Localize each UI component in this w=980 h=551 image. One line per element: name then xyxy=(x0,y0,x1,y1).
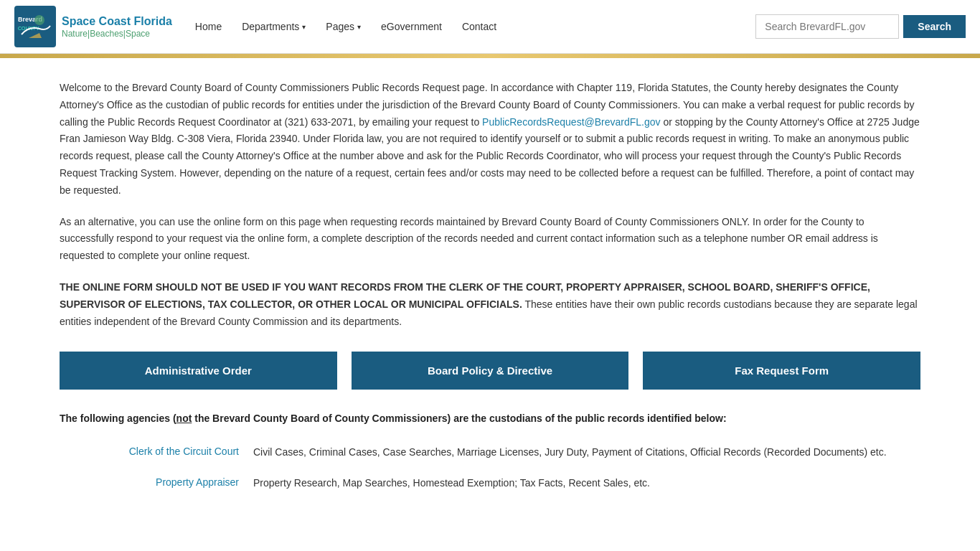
svg-point-3 xyxy=(34,15,44,25)
nav-pages[interactable]: Pages xyxy=(317,15,369,38)
logo-icon: Brevard COUNTY xyxy=(14,6,56,47)
agency-property-appraiser[interactable]: Property Appraiser xyxy=(60,475,253,488)
nav-home[interactable]: Home xyxy=(187,15,230,38)
intro-paragraph-1: Welcome to the Brevard County Board of C… xyxy=(60,80,920,199)
agencies-heading-prefix: The following agencies ( xyxy=(60,413,176,424)
search-area: Search xyxy=(755,14,966,39)
agencies-heading: The following agencies (not the Brevard … xyxy=(60,411,920,426)
nav-links: Home Departments Pages eGovernment Conta… xyxy=(187,15,741,38)
logo-title: Space Coast Florida xyxy=(62,14,172,28)
search-input[interactable] xyxy=(755,14,899,39)
notice-paragraph: THE ONLINE FORM SHOULD NOT BE USED IF YO… xyxy=(60,279,920,330)
email-link[interactable]: PublicRecordsRequest@BrevardFL.gov xyxy=(482,116,660,128)
navbar: Brevard COUNTY Space Coast Florida Natur… xyxy=(0,0,980,54)
logo-area: Brevard COUNTY Space Coast Florida Natur… xyxy=(14,6,172,47)
logo-text: Space Coast Florida Nature|Beaches|Space xyxy=(62,14,172,38)
buttons-row: Administrative Order Board Policy & Dire… xyxy=(60,352,920,390)
agency-row: Property Appraiser Property Research, Ma… xyxy=(60,475,920,491)
intro-paragraph-2: As an alternative, you can use the onlin… xyxy=(60,214,920,265)
main-content: Welcome to the Brevard County Board of C… xyxy=(31,58,949,527)
agency-property-appraiser-desc: Property Research, Map Searches, Homeste… xyxy=(253,475,920,491)
agency-row: Clerk of the Circuit Court Civil Cases, … xyxy=(60,444,920,460)
nav-egovernment[interactable]: eGovernment xyxy=(372,15,451,38)
agencies-heading-underline: not xyxy=(176,413,192,424)
administrative-order-button[interactable]: Administrative Order xyxy=(60,352,337,390)
logo-subtitle: Nature|Beaches|Space xyxy=(62,29,172,39)
board-policy-directive-button[interactable]: Board Policy & Directive xyxy=(352,352,629,390)
nav-departments[interactable]: Departments xyxy=(233,15,314,38)
agencies-heading-suffix: the Brevard County Board of County Commi… xyxy=(192,413,726,424)
agency-clerk-desc: Civil Cases, Criminal Cases, Case Search… xyxy=(253,444,920,460)
agency-clerk-circuit-court[interactable]: Clerk of the Circuit Court xyxy=(60,444,253,457)
search-button[interactable]: Search xyxy=(903,15,966,38)
fax-request-form-button[interactable]: Fax Request Form xyxy=(643,352,920,390)
agencies-section: The following agencies (not the Brevard … xyxy=(60,411,920,491)
nav-contact[interactable]: Contact xyxy=(453,15,505,38)
